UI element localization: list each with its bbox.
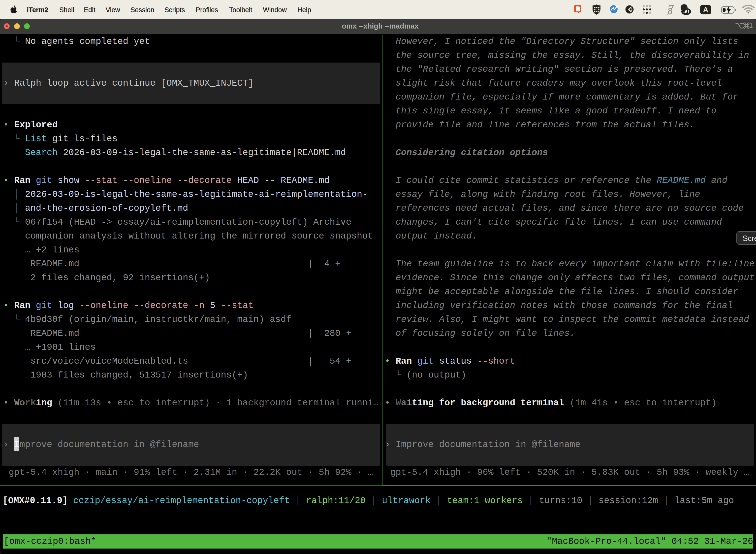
svg-text:1: 1 xyxy=(749,22,753,29)
svg-text:..61: ..61 xyxy=(683,9,690,14)
